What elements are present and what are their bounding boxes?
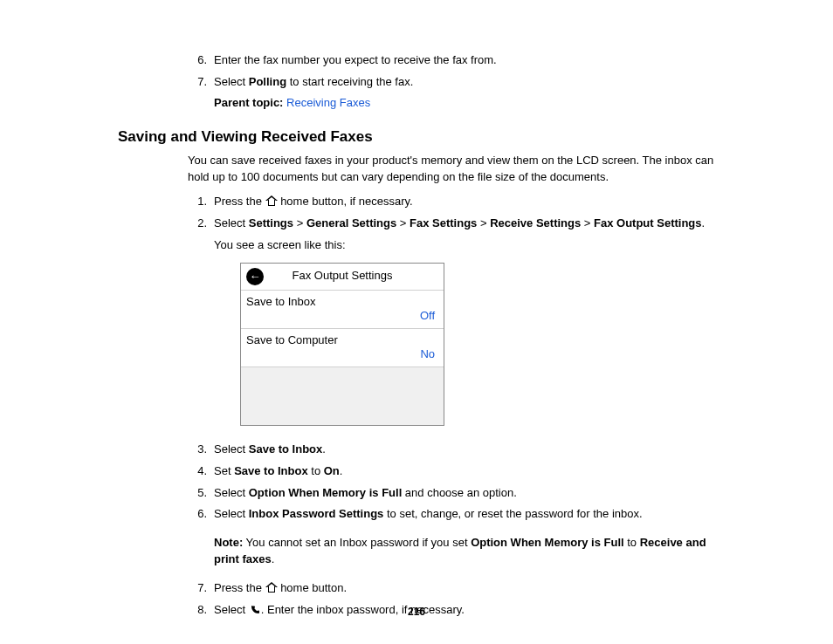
parent-topic-link[interactable]: Receiving Faxes xyxy=(286,96,370,109)
section-heading: Saving and Viewing Received Faxes xyxy=(118,128,719,146)
step-subtext: You see a screen like this: xyxy=(214,237,719,254)
t: Select xyxy=(214,442,249,456)
b: Receive Settings xyxy=(490,216,581,230)
step-text-bold: Polling xyxy=(249,75,286,88)
step-5: 5. Select Option When Memory is Full and… xyxy=(188,485,719,502)
b: General Settings xyxy=(306,216,396,230)
step-7: 7. Select Polling to start receiving the… xyxy=(188,74,719,91)
note-block: Note: You cannot set an Inbox password i… xyxy=(214,535,719,568)
step-number: 7. xyxy=(188,580,207,597)
note-label: Note: xyxy=(214,536,243,549)
lcd-row-save-to-inbox: Save to Inbox Off xyxy=(241,291,444,329)
step-text-pre: Press the xyxy=(214,195,265,208)
b: Save to Inbox xyxy=(249,442,323,456)
step-number: 3. xyxy=(188,442,207,458)
step-3: 3. Select Save to Inbox. xyxy=(188,442,719,458)
section-intro: You can save received faxes in your prod… xyxy=(188,153,719,186)
step-2: 2. Select Settings > General Settings > … xyxy=(188,216,719,426)
b: Option When Memory is Full xyxy=(249,486,403,499)
t: . xyxy=(340,464,343,477)
sep: > xyxy=(581,216,594,230)
t: to xyxy=(308,464,324,477)
step-number: 6. xyxy=(188,52,207,69)
step-number: 4. xyxy=(188,463,207,480)
sep: > xyxy=(293,216,306,230)
step-6: 6. Enter the fax number you expect to re… xyxy=(188,52,719,69)
lcd-row-value: No xyxy=(420,346,435,363)
lcd-screenshot: ← Fax Output Settings Save to Inbox Off … xyxy=(240,263,444,426)
lcd-row-save-to-computer: Save to Computer No xyxy=(241,329,444,367)
step-number: 2. xyxy=(188,216,207,232)
step-text-post: to start receiving the fax. xyxy=(286,75,413,88)
lcd-row-value: Off xyxy=(420,308,435,325)
t: . xyxy=(322,442,326,456)
t: Select xyxy=(214,486,249,499)
lcd-row-label: Save to Inbox xyxy=(246,294,435,311)
b: Save to Inbox xyxy=(234,464,308,477)
step-7b: 7. Press the home button. xyxy=(188,580,719,597)
t: to xyxy=(624,536,640,549)
back-icon: ← xyxy=(246,268,264,285)
sep: > xyxy=(396,216,410,230)
step-6b: 6. Select Inbox Password Settings to set… xyxy=(188,506,719,523)
lcd-header: ← Fax Output Settings xyxy=(241,264,444,291)
step-4: 4. Set Save to Inbox to On. xyxy=(188,463,719,480)
lcd-title: Fax Output Settings xyxy=(241,268,444,284)
b: Inbox Password Settings xyxy=(249,507,384,520)
step-number: 5. xyxy=(188,485,207,502)
step-number: 1. xyxy=(188,194,207,210)
b: Fax Output Settings xyxy=(594,216,702,230)
sep: > xyxy=(477,216,490,230)
b: On xyxy=(324,464,340,477)
t: . xyxy=(702,216,706,230)
b: Option When Memory is Full xyxy=(471,536,624,549)
step-number: 6. xyxy=(188,506,207,523)
home-icon xyxy=(265,195,278,206)
section-body: You can save received faxes in your prod… xyxy=(188,153,719,619)
b: Settings xyxy=(249,216,293,230)
t: Press the xyxy=(214,581,265,594)
b: Fax Settings xyxy=(410,216,477,230)
step-text-pre: Select xyxy=(214,75,249,88)
parent-topic: Parent topic: Receiving Faxes xyxy=(214,96,719,109)
t: You cannot set an Inbox password if you … xyxy=(243,536,471,549)
t: to set, change, or reset the password fo… xyxy=(383,507,642,520)
home-icon xyxy=(265,582,278,593)
t: Set xyxy=(214,464,234,477)
document-page: 6. Enter the fax number you expect to re… xyxy=(0,0,833,644)
t: . xyxy=(272,552,275,565)
page-number: 216 xyxy=(0,606,833,618)
t: Select xyxy=(214,216,249,230)
step-number: 7. xyxy=(188,74,207,91)
lcd-row-label: Save to Computer xyxy=(246,332,435,349)
parent-topic-label: Parent topic: xyxy=(214,96,283,109)
t: and choose an option. xyxy=(402,486,517,499)
continued-steps: 6. Enter the fax number you expect to re… xyxy=(188,52,719,109)
step-text: Enter the fax number you expect to recei… xyxy=(214,53,497,66)
t: Select xyxy=(214,507,249,520)
step-1: 1. Press the home button, if necessary. xyxy=(188,194,719,210)
step-text-post: home button, if necessary. xyxy=(278,195,413,208)
t: home button. xyxy=(278,581,348,594)
